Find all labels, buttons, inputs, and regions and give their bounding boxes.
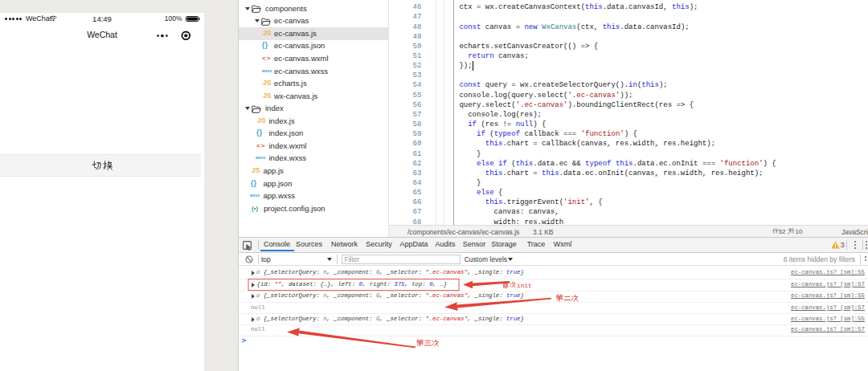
svg-text:init: init xyxy=(517,283,532,289)
